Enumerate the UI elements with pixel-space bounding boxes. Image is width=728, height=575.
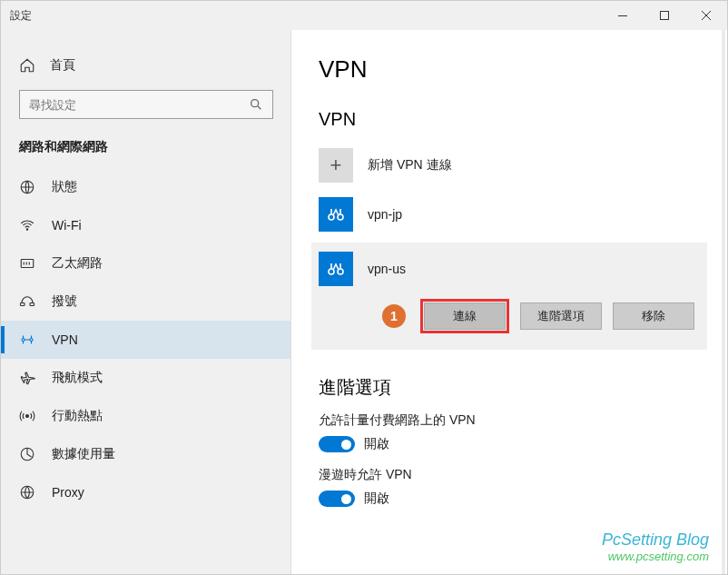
ethernet-icon — [19, 255, 35, 272]
watermark: PcSetting Blog www.pcsetting.com — [602, 530, 709, 563]
svg-point-9 — [30, 339, 33, 342]
nav-label: 狀態 — [52, 179, 77, 195]
dialup-icon — [19, 293, 35, 310]
setting-label: 漫遊時允許 VPN — [319, 467, 700, 483]
nav-label: Wi-Fi — [52, 218, 82, 233]
advanced-section-title: 進階選項 — [319, 375, 700, 400]
step-badge: 1 — [382, 304, 406, 328]
svg-point-4 — [26, 229, 28, 231]
toggle-state: 開啟 — [364, 491, 389, 507]
vpn-tile-icon — [319, 252, 353, 286]
add-vpn-label: 新增 VPN 連線 — [368, 157, 452, 173]
globe-icon — [19, 179, 35, 195]
proxy-icon — [19, 484, 35, 501]
vpn-connection-selected[interactable]: vpn-us 1 連線 進階選項 移除 — [311, 243, 707, 350]
home-icon — [19, 57, 35, 74]
nav-label: 撥號 — [52, 293, 77, 310]
sidebar-item-status[interactable]: 狀態 — [1, 168, 291, 206]
watermark-url: www.pcsetting.com — [602, 550, 709, 563]
nav-label: 飛航模式 — [52, 370, 103, 386]
page-title: VPN — [319, 55, 700, 84]
nav-label: 乙太網路 — [52, 255, 103, 272]
maximize-button[interactable] — [644, 1, 685, 30]
setting-label: 允許計量付費網路上的 VPN — [319, 412, 700, 429]
window-title: 設定 — [10, 8, 602, 24]
vpn-actions: 1 連線 進階選項 移除 — [319, 299, 700, 333]
vpn-name: vpn-jp — [368, 207, 402, 222]
svg-point-10 — [26, 415, 29, 418]
svg-rect-5 — [21, 260, 34, 268]
window-controls — [602, 1, 727, 30]
svg-point-2 — [251, 100, 259, 107]
nav-label: 行動熱點 — [52, 408, 103, 424]
svg-rect-7 — [30, 303, 34, 306]
search-input[interactable] — [29, 98, 249, 112]
home-button[interactable]: 首頁 — [1, 48, 291, 90]
search-icon — [249, 97, 263, 112]
section-title: VPN — [319, 109, 700, 130]
titlebar: 設定 — [1, 1, 727, 30]
toggle-metered-vpn[interactable] — [319, 436, 355, 452]
wifi-icon — [19, 217, 35, 233]
nav-label: VPN — [52, 332, 78, 347]
vpn-tile-icon — [319, 197, 353, 232]
vpn-connection-item[interactable]: vpn-jp — [319, 190, 700, 239]
category-label: 網路和網際網路 — [1, 134, 291, 168]
toggle-roaming-vpn[interactable] — [319, 491, 355, 507]
add-vpn-button[interactable]: + 新增 VPN 連線 — [319, 141, 700, 190]
nav-label: 數據使用量 — [52, 446, 115, 462]
svg-point-8 — [22, 339, 25, 342]
svg-rect-1 — [661, 12, 669, 20]
sidebar-item-datausage[interactable]: 數據使用量 — [1, 435, 291, 473]
vpn-name: vpn-us — [368, 262, 406, 276]
sidebar-item-wifi[interactable]: Wi-Fi — [1, 206, 291, 244]
svg-rect-6 — [21, 303, 25, 306]
setting-metered-vpn: 允許計量付費網路上的 VPN 開啟 — [319, 412, 700, 452]
highlight-box: 連線 — [420, 299, 509, 333]
remove-button[interactable]: 移除 — [613, 302, 694, 330]
sidebar: 首頁 網路和網際網路 狀態 Wi-Fi 乙太網路 撥號 VPN 飛 — [1, 30, 291, 574]
minimize-button[interactable] — [602, 1, 644, 30]
advanced-options-button[interactable]: 進階選項 — [520, 302, 602, 330]
scrollbar[interactable] — [722, 30, 725, 574]
sidebar-item-hotspot[interactable]: 行動熱點 — [1, 397, 291, 435]
watermark-title: PcSetting Blog — [602, 530, 709, 550]
home-label: 首頁 — [50, 57, 75, 74]
toggle-state: 開啟 — [364, 436, 389, 452]
airplane-icon — [19, 370, 35, 386]
data-usage-icon — [19, 446, 35, 462]
hotspot-icon — [19, 408, 35, 424]
nav-label: Proxy — [52, 485, 84, 500]
svg-rect-0 — [618, 15, 627, 16]
setting-roaming-vpn: 漫遊時允許 VPN 開啟 — [319, 467, 700, 507]
connect-button[interactable]: 連線 — [424, 302, 506, 330]
content-pane: VPN VPN + 新增 VPN 連線 vpn-jp vpn-us 1 連線 進… — [291, 30, 727, 574]
search-box[interactable] — [19, 90, 273, 119]
sidebar-item-ethernet[interactable]: 乙太網路 — [1, 244, 291, 283]
plus-icon: + — [319, 148, 353, 183]
sidebar-item-dialup[interactable]: 撥號 — [1, 283, 291, 321]
close-button[interactable] — [685, 1, 727, 30]
sidebar-item-proxy[interactable]: Proxy — [1, 473, 291, 511]
vpn-icon — [19, 332, 35, 348]
sidebar-item-vpn[interactable]: VPN — [1, 321, 291, 359]
sidebar-item-airplane[interactable]: 飛航模式 — [1, 359, 291, 397]
